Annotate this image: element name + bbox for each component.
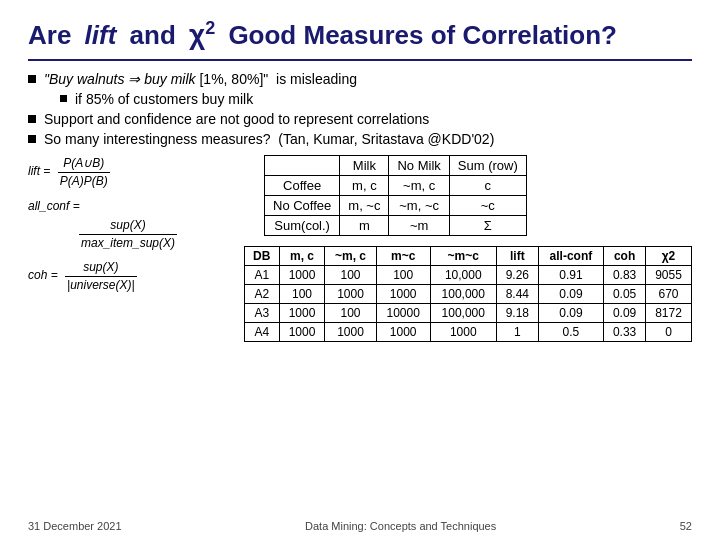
data-table: DBm, c~m, cm~c~m~cliftall-confcohχ2 A110…: [244, 246, 692, 342]
bullet-2-text: Support and confidence are not good to r…: [44, 111, 429, 127]
corr-cell-2-3: Σ: [449, 216, 526, 236]
data-th-3: m~c: [376, 247, 430, 266]
bullet-list: "Buy walnuts ⇒ buy milk [1%, 80%]" is mi…: [28, 71, 692, 147]
coh-lhs: coh =: [28, 269, 61, 283]
data-cell-0-2: 100: [325, 266, 376, 285]
data-cell-0-7: 0.83: [604, 266, 646, 285]
right-section: Milk No Milk Sum (row) Coffeem, c~m, ccN…: [244, 155, 692, 342]
bullet-3-icon: [28, 135, 36, 143]
bullet-1-sub-icon: [60, 95, 67, 102]
corr-cell-0-3: c: [449, 176, 526, 196]
data-cell-2-7: 0.09: [604, 304, 646, 323]
data-cell-0-3: 100: [376, 266, 430, 285]
data-cell-0-8: 9055: [645, 266, 691, 285]
title: Are lift and χ2 Good Measures of Correla…: [28, 18, 692, 51]
data-th-7: coh: [604, 247, 646, 266]
footer-center: Data Mining: Concepts and Techniques: [305, 520, 496, 532]
data-th-8: χ2: [645, 247, 691, 266]
data-row-2: A3100010010000100,0009.180.090.098172: [245, 304, 692, 323]
corr-row-2: Sum(col.)m~mΣ: [265, 216, 527, 236]
corr-cell-0-1: m, c: [340, 176, 389, 196]
corr-cell-2-1: m: [340, 216, 389, 236]
data-cell-0-4: 10,000: [430, 266, 496, 285]
coh-den: |universe(X)|: [65, 277, 137, 294]
corr-cell-1-0: No Coffee: [265, 196, 340, 216]
data-cell-1-1: 100: [279, 285, 325, 304]
data-cell-3-0: A4: [245, 323, 280, 342]
bullet-1-text: "Buy walnuts ⇒ buy milk [1%, 80%]" is mi…: [44, 71, 357, 87]
data-th-5: lift: [496, 247, 538, 266]
data-cell-0-1: 1000: [279, 266, 325, 285]
data-row-3: A4100010001000100010.50.330: [245, 323, 692, 342]
corr-h1: Milk: [340, 156, 389, 176]
data-cell-2-2: 100: [325, 304, 376, 323]
bullet-2: Support and confidence are not good to r…: [28, 111, 692, 127]
title-chi: χ2: [189, 18, 215, 51]
lift-fraction: P(A∪B) P(A)P(B): [58, 155, 110, 190]
data-cell-3-3: 1000: [376, 323, 430, 342]
title-rest: Good Measures of Correlation?: [221, 20, 617, 51]
footer-page: 52: [680, 520, 692, 532]
bullet-3-text: So many interestingness measures? (Tan, …: [44, 131, 494, 147]
data-cell-1-8: 670: [645, 285, 691, 304]
data-cell-1-3: 1000: [376, 285, 430, 304]
bullet-1-icon: [28, 75, 36, 83]
bullet-2-icon: [28, 115, 36, 123]
data-row-1: A210010001000100,0008.440.090.05670: [245, 285, 692, 304]
corr-header-row: Milk No Milk Sum (row): [265, 156, 527, 176]
data-cell-1-7: 0.05: [604, 285, 646, 304]
coh-fraction: sup(X) |universe(X)|: [65, 259, 137, 294]
corr-cell-2-0: Sum(col.): [265, 216, 340, 236]
data-cell-3-2: 1000: [325, 323, 376, 342]
corr-cell-0-2: ~m, c: [389, 176, 449, 196]
corr-h3: Sum (row): [449, 156, 526, 176]
data-cell-1-5: 8.44: [496, 285, 538, 304]
data-cell-1-6: 0.09: [538, 285, 603, 304]
slide: Are lift and χ2 Good Measures of Correla…: [0, 0, 720, 540]
title-text: Are: [28, 20, 79, 51]
corr-cell-1-3: ~c: [449, 196, 526, 216]
data-th-4: ~m~c: [430, 247, 496, 266]
data-cell-2-6: 0.09: [538, 304, 603, 323]
data-cell-1-0: A2: [245, 285, 280, 304]
coh-num: sup(X): [81, 259, 120, 276]
data-th-2: ~m, c: [325, 247, 376, 266]
corr-table: Milk No Milk Sum (row) Coffeem, c~m, ccN…: [264, 155, 527, 236]
corr-cell-1-2: ~m, ~c: [389, 196, 449, 216]
corr-cell-2-2: ~m: [389, 216, 449, 236]
data-cell-2-3: 10000: [376, 304, 430, 323]
data-cell-3-7: 0.33: [604, 323, 646, 342]
data-cell-2-8: 8172: [645, 304, 691, 323]
allconf-num: sup(X): [108, 217, 147, 234]
data-cell-1-4: 100,000: [430, 285, 496, 304]
content-area: lift = P(A∪B) P(A)P(B) all_conf = sup(X)…: [28, 155, 692, 342]
data-cell-2-5: 9.18: [496, 304, 538, 323]
data-th-1: m, c: [279, 247, 325, 266]
data-cell-0-5: 9.26: [496, 266, 538, 285]
data-cell-3-4: 1000: [430, 323, 496, 342]
bullet-1-sub: if 85% of customers buy milk: [60, 91, 692, 107]
footer: 31 December 2021 Data Mining: Concepts a…: [28, 520, 692, 532]
data-cell-3-1: 1000: [279, 323, 325, 342]
formulas: lift = P(A∪B) P(A)P(B) all_conf = sup(X)…: [28, 155, 228, 342]
title-and: and: [122, 20, 183, 51]
data-cell-3-6: 0.5: [538, 323, 603, 342]
corr-cell-1-1: m, ~c: [340, 196, 389, 216]
title-divider: [28, 59, 692, 61]
data-cell-0-0: A1: [245, 266, 280, 285]
data-cell-0-6: 0.91: [538, 266, 603, 285]
title-lift: lift: [85, 20, 117, 51]
lift-num: P(A∪B): [61, 155, 106, 172]
data-th-6: all-conf: [538, 247, 603, 266]
data-cell-3-5: 1: [496, 323, 538, 342]
data-row-0: A1100010010010,0009.260.910.839055: [245, 266, 692, 285]
allconf-den: max_item_sup(X): [79, 235, 177, 252]
corr-row-1: No Coffeem, ~c~m, ~c~c: [265, 196, 527, 216]
data-cell-2-1: 1000: [279, 304, 325, 323]
bullet-3: So many interestingness measures? (Tan, …: [28, 131, 692, 147]
corr-h0: [265, 156, 340, 176]
allconf-fraction: sup(X) max_item_sup(X): [79, 217, 177, 252]
corr-h2: No Milk: [389, 156, 449, 176]
data-cell-2-0: A3: [245, 304, 280, 323]
allconf-lhs: all_conf =: [28, 198, 228, 215]
